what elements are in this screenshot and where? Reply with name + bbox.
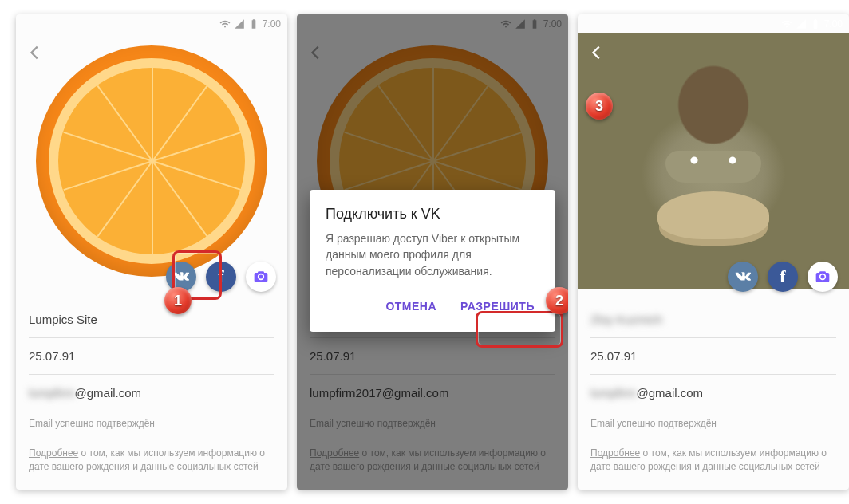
privacy-note: Подробнее о том, как мы используем инфор… — [590, 447, 836, 474]
allow-button[interactable]: РАЗРЕШИТЬ — [456, 293, 539, 319]
facebook-icon: f — [218, 266, 223, 287]
email-blur-part: lumpfirm — [590, 386, 637, 400]
email-confirmed-hint: Email успешно подтверждён — [590, 411, 836, 429]
vk-icon — [172, 268, 190, 285]
signal-icon — [234, 18, 245, 30]
dialog-body: Я разрешаю доступ Viber к открытым данны… — [326, 230, 539, 279]
profile-avatar-area — [16, 33, 287, 289]
social-buttons-row: f — [728, 262, 838, 292]
vk-icon — [734, 268, 752, 285]
name-field[interactable]: Lumpics Site — [29, 301, 274, 338]
step-3-badge: 3 — [586, 93, 613, 120]
name-field[interactable]: Zloy Kuzmich — [590, 301, 836, 338]
arrow-left-icon — [588, 44, 606, 61]
back-button[interactable] — [24, 41, 46, 64]
arrow-left-icon — [26, 44, 44, 61]
dialog-actions: ОТМЕНА РАЗРЕШИТЬ — [326, 293, 539, 324]
profile-info: Zloy Kuzmich 25.07.91 lumpfirm@gmail.com… — [590, 301, 836, 474]
vk-button[interactable] — [728, 262, 758, 292]
email-field[interactable]: lumpfirm@gmail.com — [29, 375, 274, 411]
camera-icon — [815, 269, 831, 285]
camera-icon — [253, 269, 269, 285]
signal-icon — [796, 18, 807, 30]
camera-button[interactable] — [246, 262, 276, 292]
email-blur-part: lumpfirm — [29, 386, 75, 400]
tutorial-triptych: 7:00 — [0, 0, 849, 504]
battery-icon — [810, 18, 821, 30]
facebook-icon: f — [780, 266, 785, 287]
birthdate-field[interactable]: 25.07.91 — [590, 338, 836, 375]
profile-avatar-area — [578, 33, 849, 289]
battery-icon — [248, 18, 259, 30]
wifi-icon — [781, 18, 792, 30]
privacy-more-link[interactable]: Подробнее — [590, 447, 640, 459]
profile-info: Lumpics Site 25.07.91 lumpfirm@gmail.com… — [29, 301, 274, 474]
avatar-orange — [36, 45, 267, 277]
vk-connect-dialog: Подключить к VK Я разрешаю доступ Viber … — [310, 190, 555, 332]
email-field[interactable]: lumpfirm@gmail.com — [590, 375, 836, 411]
phone-screen-3: 7:00 f 3 Zloy Kuzmich 25.07.91 lumpfirm@… — [578, 14, 849, 490]
status-time: 7:00 — [824, 18, 843, 30]
status-bar: 7:00 — [578, 14, 849, 33]
email-confirmed-hint: Email успешно подтверждён — [29, 411, 274, 429]
avatar-character — [578, 33, 849, 289]
wifi-icon — [219, 18, 231, 30]
email-suffix: @gmail.com — [75, 386, 142, 400]
phone-screen-2: 7:00 — [297, 14, 568, 490]
privacy-more-link[interactable]: Подробнее — [29, 447, 78, 459]
step-1-badge: 1 — [164, 287, 192, 314]
cancel-button[interactable]: ОТМЕНА — [381, 293, 441, 319]
camera-button[interactable] — [808, 262, 838, 292]
facebook-button[interactable]: f — [768, 262, 798, 292]
privacy-note: Подробнее о том, как мы используем инфор… — [29, 447, 274, 474]
facebook-button[interactable]: f — [206, 262, 236, 292]
dialog-title: Подключить к VK — [326, 206, 539, 222]
back-button[interactable] — [586, 41, 608, 64]
step-2-badge: 2 — [546, 287, 568, 314]
email-suffix: @gmail.com — [637, 386, 704, 400]
status-bar: 7:00 — [16, 14, 287, 33]
status-time: 7:00 — [263, 18, 281, 30]
birthdate-field[interactable]: 25.07.91 — [29, 338, 274, 375]
phone-screen-1: 7:00 — [16, 14, 287, 490]
